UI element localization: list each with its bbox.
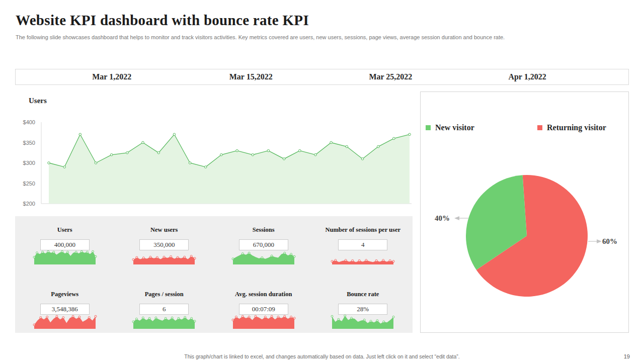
kpi-label: Number of sessions per user bbox=[325, 226, 400, 233]
kpi-label: Pageviews bbox=[51, 291, 78, 298]
visitor-pie-panel: New visitor Returning visitor 40% 60% bbox=[420, 92, 629, 333]
data-point-marker bbox=[95, 162, 97, 164]
sparkline-marker bbox=[383, 321, 385, 323]
sparkline-marker bbox=[136, 318, 138, 320]
sparkline-marker bbox=[248, 316, 250, 318]
sparkline-marker bbox=[242, 253, 244, 255]
kpi-sparkline[interactable] bbox=[132, 316, 196, 330]
sparkline-marker bbox=[88, 317, 90, 319]
kpi-value-box: 670,000 bbox=[239, 239, 288, 250]
sparkline-marker bbox=[47, 250, 49, 252]
data-point-marker bbox=[346, 145, 348, 148]
sparkline-marker bbox=[61, 250, 63, 252]
data-point-marker bbox=[126, 152, 129, 154]
kpi-tile-new-users: New users 350,000 bbox=[115, 216, 214, 265]
sparkline-marker bbox=[53, 251, 55, 253]
data-point-marker bbox=[330, 141, 333, 144]
sparkline-marker bbox=[363, 319, 365, 321]
data-point-marker bbox=[189, 162, 191, 164]
sparkline-marker bbox=[56, 315, 58, 317]
pie-slice-label-60: 60% bbox=[596, 237, 624, 246]
sparkline-marker bbox=[376, 320, 378, 322]
kpi-sparkline[interactable] bbox=[331, 315, 395, 330]
sparkline-marker bbox=[184, 316, 186, 318]
sparkline-marker bbox=[290, 316, 292, 318]
sparkline-marker bbox=[232, 319, 234, 321]
kpi-label: Bounce rate bbox=[347, 291, 379, 298]
sparkline-marker bbox=[235, 316, 237, 318]
kpi-sparkline[interactable] bbox=[231, 315, 296, 330]
sparkline-marker bbox=[132, 321, 134, 323]
sparkline-marker bbox=[177, 256, 179, 258]
sparkline-marker bbox=[283, 315, 285, 317]
sparkline-area bbox=[233, 316, 294, 329]
kpi-sparkline[interactable] bbox=[231, 251, 296, 265]
data-point-marker bbox=[377, 145, 379, 148]
sparkline-marker bbox=[72, 315, 74, 317]
sparkline-marker bbox=[143, 257, 145, 259]
sparkline-marker bbox=[277, 316, 279, 318]
sparkline-marker bbox=[170, 255, 172, 257]
sparkline-marker bbox=[132, 258, 134, 260]
date-range-bar: Mar 1,2022 Mar 15,2022 Mar 25,2022 Apr 1… bbox=[15, 69, 629, 85]
sparkline-marker bbox=[163, 256, 165, 258]
sparkline-marker bbox=[62, 317, 64, 319]
sparkline-marker bbox=[148, 317, 150, 319]
kpi-panel: Users 400,000 New users 350,000 Sessions… bbox=[15, 216, 413, 333]
page-subtitle: The following slide showcases dashboard … bbox=[16, 34, 505, 40]
sparkline-marker bbox=[242, 315, 244, 317]
sparkline-marker bbox=[338, 318, 340, 320]
sparkline-marker bbox=[194, 320, 196, 322]
sparkline-marker bbox=[33, 256, 35, 258]
legend-label: New visitor bbox=[435, 123, 474, 132]
sparkline-marker bbox=[95, 315, 97, 317]
legend-item-returning-visitor: Returning visitor bbox=[537, 123, 606, 132]
data-point-marker bbox=[283, 158, 285, 160]
kpi-sparkline[interactable] bbox=[331, 259, 395, 265]
sparkline-marker bbox=[261, 257, 263, 259]
sparkline-marker bbox=[178, 317, 180, 319]
sparkline-marker bbox=[255, 315, 257, 317]
sparkline-marker bbox=[142, 317, 144, 319]
sparkline-marker bbox=[33, 324, 35, 326]
data-point-marker bbox=[110, 154, 113, 156]
data-point-marker bbox=[393, 137, 395, 140]
date-label: Mar 15,2022 bbox=[229, 69, 273, 84]
legend-swatch-green bbox=[426, 125, 431, 130]
sparkline-marker bbox=[80, 250, 83, 252]
sparkline-marker bbox=[271, 315, 273, 317]
data-point-marker bbox=[220, 154, 223, 156]
kpi-sparkline[interactable] bbox=[132, 254, 196, 265]
y-axis-tick: $200 bbox=[23, 201, 35, 206]
users-area-chart[interactable]: $400$350$300$250$200 bbox=[15, 118, 413, 206]
data-point-marker bbox=[267, 149, 270, 152]
sparkline-marker bbox=[331, 315, 333, 317]
sparkline-marker bbox=[95, 255, 97, 257]
data-point-marker bbox=[361, 158, 364, 160]
data-point-marker bbox=[157, 152, 160, 154]
kpi-sparkline[interactable] bbox=[33, 250, 97, 265]
sparkline-marker bbox=[66, 251, 68, 253]
kpi-label: New users bbox=[150, 226, 178, 233]
sparkline-marker bbox=[190, 255, 192, 257]
sparkline-marker bbox=[335, 259, 337, 261]
kpi-tile-bounce-rate: Bounce rate 28% bbox=[313, 281, 413, 330]
sparkline-marker bbox=[155, 317, 157, 319]
date-label: Mar 25,2022 bbox=[369, 69, 412, 84]
kpi-value-box: 350,000 bbox=[139, 239, 189, 250]
sparkline-marker bbox=[36, 252, 38, 254]
kpi-sparkline[interactable] bbox=[33, 315, 97, 330]
sparkline-marker bbox=[41, 251, 43, 253]
page-number: 19 bbox=[624, 353, 630, 359]
legend-swatch-red bbox=[537, 125, 542, 130]
sparkline-marker bbox=[86, 251, 88, 253]
kpi-tile-sessions-per-user: Number of sessions per user 4 bbox=[313, 216, 413, 265]
sparkline-marker bbox=[92, 250, 94, 252]
data-point-marker bbox=[79, 133, 82, 136]
kpi-tile-users: Users 400,000 bbox=[15, 216, 115, 265]
sparkline-marker bbox=[345, 259, 347, 261]
date-label: Apr 1,2022 bbox=[508, 69, 546, 84]
legend-item-new-visitor: New visitor bbox=[426, 123, 474, 132]
sparkline-marker bbox=[171, 317, 173, 319]
sparkline-marker bbox=[46, 316, 48, 318]
